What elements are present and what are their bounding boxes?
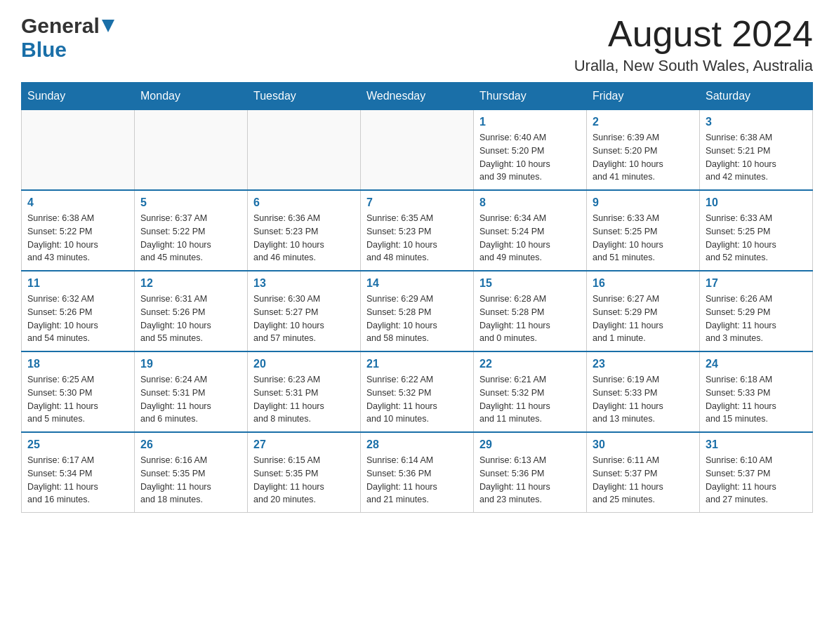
- day-info: Sunrise: 6:22 AMSunset: 5:32 PMDaylight:…: [366, 373, 468, 426]
- calendar-cell: 8Sunrise: 6:34 AMSunset: 5:24 PMDaylight…: [474, 190, 587, 271]
- day-number: 23: [593, 358, 694, 370]
- day-info: Sunrise: 6:39 AMSunset: 5:20 PMDaylight:…: [593, 131, 694, 184]
- day-number: 18: [27, 358, 128, 370]
- calendar-cell: 15Sunrise: 6:28 AMSunset: 5:28 PMDayligh…: [474, 271, 587, 351]
- day-number: 26: [140, 438, 241, 451]
- day-number: 27: [253, 438, 355, 451]
- month-title: August 2024: [574, 14, 813, 54]
- day-info: Sunrise: 6:33 AMSunset: 5:25 PMDaylight:…: [706, 212, 807, 264]
- calendar-cell: 16Sunrise: 6:27 AMSunset: 5:29 PMDayligh…: [587, 271, 700, 351]
- calendar-cell: 2Sunrise: 6:39 AMSunset: 5:20 PMDaylight…: [587, 110, 700, 191]
- day-number: 22: [479, 358, 581, 370]
- day-info: Sunrise: 6:21 AMSunset: 5:32 PMDaylight:…: [479, 373, 581, 426]
- location-title: Uralla, New South Wales, Australia: [574, 57, 813, 75]
- day-info: Sunrise: 6:14 AMSunset: 5:36 PMDaylight:…: [366, 454, 468, 507]
- day-number: 21: [366, 358, 468, 370]
- day-info: Sunrise: 6:34 AMSunset: 5:24 PMDaylight:…: [479, 212, 581, 264]
- calendar-week-4: 18Sunrise: 6:25 AMSunset: 5:30 PMDayligh…: [22, 351, 813, 432]
- calendar-cell: 7Sunrise: 6:35 AMSunset: 5:23 PMDaylight…: [361, 190, 474, 271]
- calendar-cell: 22Sunrise: 6:21 AMSunset: 5:32 PMDayligh…: [474, 351, 587, 432]
- day-info: Sunrise: 6:30 AMSunset: 5:27 PMDaylight:…: [253, 293, 355, 345]
- calendar-week-3: 11Sunrise: 6:32 AMSunset: 5:26 PMDayligh…: [22, 271, 813, 351]
- col-header-friday: Friday: [587, 83, 700, 110]
- calendar-week-5: 25Sunrise: 6:17 AMSunset: 5:34 PMDayligh…: [22, 432, 813, 513]
- day-info: Sunrise: 6:31 AMSunset: 5:26 PMDaylight:…: [140, 293, 241, 345]
- day-info: Sunrise: 6:11 AMSunset: 5:37 PMDaylight:…: [593, 454, 694, 507]
- day-info: Sunrise: 6:27 AMSunset: 5:29 PMDaylight:…: [593, 293, 694, 345]
- calendar-cell: [361, 110, 474, 191]
- day-number: 7: [366, 196, 468, 209]
- day-number: 6: [253, 196, 355, 209]
- day-number: 15: [479, 277, 581, 290]
- day-info: Sunrise: 6:38 AMSunset: 5:21 PMDaylight:…: [706, 131, 807, 184]
- calendar-cell: 21Sunrise: 6:22 AMSunset: 5:32 PMDayligh…: [361, 351, 474, 432]
- col-header-tuesday: Tuesday: [248, 83, 361, 110]
- calendar-cell: 9Sunrise: 6:33 AMSunset: 5:25 PMDaylight…: [587, 190, 700, 271]
- calendar-cell: 10Sunrise: 6:33 AMSunset: 5:25 PMDayligh…: [700, 190, 813, 271]
- col-header-thursday: Thursday: [474, 83, 587, 110]
- calendar-cell: 29Sunrise: 6:13 AMSunset: 5:36 PMDayligh…: [474, 432, 587, 513]
- calendar-cell: 26Sunrise: 6:16 AMSunset: 5:35 PMDayligh…: [135, 432, 248, 513]
- calendar-cell: 11Sunrise: 6:32 AMSunset: 5:26 PMDayligh…: [22, 271, 135, 351]
- day-info: Sunrise: 6:37 AMSunset: 5:22 PMDaylight:…: [140, 212, 241, 264]
- calendar-header-row: SundayMondayTuesdayWednesdayThursdayFrid…: [22, 83, 813, 110]
- logo-triangle-icon: [102, 20, 114, 35]
- calendar-cell: 28Sunrise: 6:14 AMSunset: 5:36 PMDayligh…: [361, 432, 474, 513]
- col-header-monday: Monday: [135, 83, 248, 110]
- calendar-cell: 19Sunrise: 6:24 AMSunset: 5:31 PMDayligh…: [135, 351, 248, 432]
- day-number: 31: [706, 438, 807, 451]
- calendar-cell: 17Sunrise: 6:26 AMSunset: 5:29 PMDayligh…: [700, 271, 813, 351]
- day-info: Sunrise: 6:40 AMSunset: 5:20 PMDaylight:…: [479, 131, 581, 184]
- day-number: 17: [706, 277, 807, 290]
- day-number: 30: [593, 438, 694, 451]
- calendar-cell: 13Sunrise: 6:30 AMSunset: 5:27 PMDayligh…: [248, 271, 361, 351]
- calendar-cell: 3Sunrise: 6:38 AMSunset: 5:21 PMDaylight…: [700, 110, 813, 191]
- day-number: 19: [140, 358, 241, 370]
- day-info: Sunrise: 6:25 AMSunset: 5:30 PMDaylight:…: [27, 373, 128, 426]
- calendar-cell: 18Sunrise: 6:25 AMSunset: 5:30 PMDayligh…: [22, 351, 135, 432]
- calendar-cell: 23Sunrise: 6:19 AMSunset: 5:33 PMDayligh…: [587, 351, 700, 432]
- calendar-table: SundayMondayTuesdayWednesdayThursdayFrid…: [21, 82, 813, 513]
- day-number: 12: [140, 277, 241, 290]
- calendar-cell: 31Sunrise: 6:10 AMSunset: 5:37 PMDayligh…: [700, 432, 813, 513]
- day-info: Sunrise: 6:13 AMSunset: 5:36 PMDaylight:…: [479, 454, 581, 507]
- day-number: 29: [479, 438, 581, 451]
- calendar-cell: 30Sunrise: 6:11 AMSunset: 5:37 PMDayligh…: [587, 432, 700, 513]
- day-number: 13: [253, 277, 355, 290]
- day-number: 10: [706, 196, 807, 209]
- calendar-cell: 14Sunrise: 6:29 AMSunset: 5:28 PMDayligh…: [361, 271, 474, 351]
- day-number: 9: [593, 196, 694, 209]
- page-header: General Blue August 2024 Uralla, New Sou…: [21, 14, 813, 75]
- day-info: Sunrise: 6:35 AMSunset: 5:23 PMDaylight:…: [366, 212, 468, 264]
- col-header-saturday: Saturday: [700, 83, 813, 110]
- calendar-cell: 6Sunrise: 6:36 AMSunset: 5:23 PMDaylight…: [248, 190, 361, 271]
- day-info: Sunrise: 6:28 AMSunset: 5:28 PMDaylight:…: [479, 293, 581, 345]
- calendar-cell: [135, 110, 248, 191]
- logo: General Blue: [21, 14, 114, 62]
- day-info: Sunrise: 6:10 AMSunset: 5:37 PMDaylight:…: [706, 454, 807, 507]
- day-number: 11: [27, 277, 128, 290]
- day-number: 16: [593, 277, 694, 290]
- day-info: Sunrise: 6:17 AMSunset: 5:34 PMDaylight:…: [27, 454, 128, 507]
- calendar-cell: 24Sunrise: 6:18 AMSunset: 5:33 PMDayligh…: [700, 351, 813, 432]
- logo-blue-text: Blue: [21, 38, 67, 61]
- day-number: 5: [140, 196, 241, 209]
- day-number: 2: [593, 116, 694, 128]
- calendar-cell: 12Sunrise: 6:31 AMSunset: 5:26 PMDayligh…: [135, 271, 248, 351]
- calendar-week-1: 1Sunrise: 6:40 AMSunset: 5:20 PMDaylight…: [22, 110, 813, 191]
- calendar-week-2: 4Sunrise: 6:38 AMSunset: 5:22 PMDaylight…: [22, 190, 813, 271]
- day-number: 28: [366, 438, 468, 451]
- day-number: 20: [253, 358, 355, 370]
- day-info: Sunrise: 6:23 AMSunset: 5:31 PMDaylight:…: [253, 373, 355, 426]
- day-number: 25: [27, 438, 128, 451]
- day-info: Sunrise: 6:38 AMSunset: 5:22 PMDaylight:…: [27, 212, 128, 264]
- day-number: 24: [706, 358, 807, 370]
- calendar-cell: 1Sunrise: 6:40 AMSunset: 5:20 PMDaylight…: [474, 110, 587, 191]
- day-info: Sunrise: 6:26 AMSunset: 5:29 PMDaylight:…: [706, 293, 807, 345]
- svg-marker-0: [102, 20, 114, 32]
- day-number: 3: [706, 116, 807, 128]
- day-info: Sunrise: 6:36 AMSunset: 5:23 PMDaylight:…: [253, 212, 355, 264]
- day-info: Sunrise: 6:19 AMSunset: 5:33 PMDaylight:…: [593, 373, 694, 426]
- day-info: Sunrise: 6:33 AMSunset: 5:25 PMDaylight:…: [593, 212, 694, 264]
- day-info: Sunrise: 6:15 AMSunset: 5:35 PMDaylight:…: [253, 454, 355, 507]
